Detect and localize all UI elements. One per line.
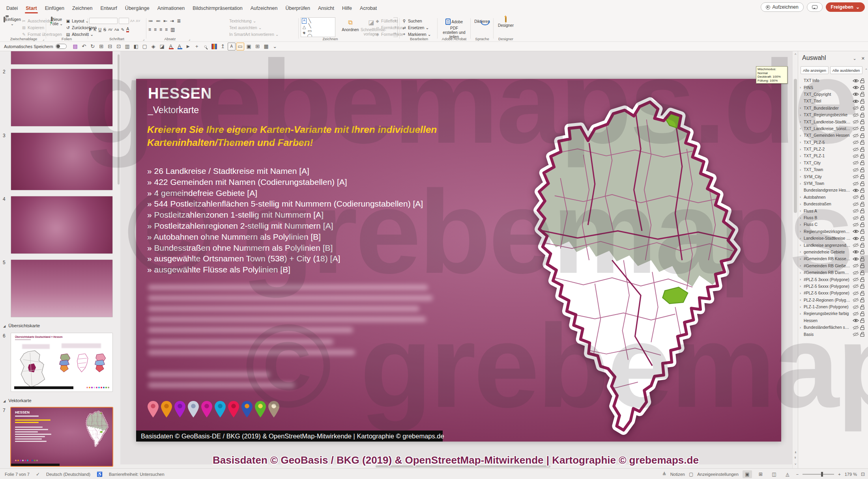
visibility-eye-icon[interactable] bbox=[852, 120, 859, 124]
expand-chevron-icon[interactable]: › bbox=[800, 243, 804, 247]
slide-subtitle[interactable]: _Vektorkarte bbox=[148, 105, 199, 116]
visibility-eye-icon[interactable] bbox=[852, 134, 859, 138]
visibility-eye-icon[interactable] bbox=[852, 271, 859, 275]
ribbon-tab[interactable]: Überprüfen bbox=[281, 3, 314, 14]
lock-icon[interactable] bbox=[859, 257, 866, 261]
visibility-eye-icon[interactable] bbox=[852, 229, 859, 233]
expand-chevron-icon[interactable]: › bbox=[800, 312, 804, 316]
visibility-eye-icon[interactable] bbox=[852, 147, 859, 151]
align-left-icon[interactable]: ≡ bbox=[148, 27, 151, 32]
lock-icon[interactable] bbox=[859, 216, 866, 220]
selection-pane-item[interactable]: › TXT_PLZ-1 bbox=[798, 153, 868, 159]
align-center-icon[interactable]: ≡ bbox=[154, 27, 157, 32]
ribbon-tab[interactable]: Zeichnen bbox=[68, 3, 96, 14]
visibility-eye-icon[interactable] bbox=[852, 243, 859, 247]
selection-pane-item[interactable]: › TXT_PLZ-2 bbox=[798, 146, 868, 153]
expand-chevron-icon[interactable]: › bbox=[800, 86, 804, 89]
selection-pane-item[interactable]: › gemeindefreie Gebiete bbox=[798, 249, 868, 255]
expand-chevron-icon[interactable]: › bbox=[800, 278, 804, 281]
lock-icon[interactable] bbox=[859, 298, 866, 302]
display-settings-icon[interactable]: ▢ bbox=[689, 472, 693, 477]
visibility-eye-icon[interactable] bbox=[852, 291, 859, 295]
change-case-button[interactable]: Aa bbox=[114, 27, 119, 32]
visibility-eye-icon[interactable] bbox=[852, 140, 859, 144]
expand-chevron-icon[interactable]: › bbox=[800, 250, 804, 254]
lock-icon[interactable] bbox=[859, 85, 866, 90]
expand-chevron-icon[interactable]: › bbox=[800, 168, 804, 172]
ribbon-tab[interactable]: Übergänge bbox=[121, 3, 153, 14]
lock-icon[interactable] bbox=[859, 106, 866, 110]
lock-icon[interactable] bbox=[859, 291, 866, 296]
ribbon-tab[interactable]: Animationen bbox=[153, 3, 189, 14]
visibility-eye-icon[interactable] bbox=[852, 168, 859, 172]
share-button[interactable]: Freigeben ⌄ bbox=[826, 2, 865, 12]
qat-icon[interactable]: ▤ bbox=[71, 43, 79, 50]
scrollbar-thumb[interactable] bbox=[794, 79, 797, 213]
grow-font-icon[interactable]: A˄ bbox=[130, 19, 135, 23]
lock-icon[interactable] bbox=[859, 92, 866, 97]
shrink-font-icon[interactable]: A˅ bbox=[136, 19, 140, 23]
selection-pane-item[interactable]: › #PLZ-5 6xxxx (Polygone) bbox=[798, 290, 868, 296]
lock-icon[interactable] bbox=[859, 250, 866, 254]
qat-icon[interactable]: ↻ bbox=[89, 43, 97, 50]
spellcheck-icon[interactable]: ✓ bbox=[36, 472, 40, 477]
line-spacing-icon[interactable]: ≣ bbox=[177, 18, 181, 24]
notes-icon[interactable]: ≜ bbox=[662, 472, 666, 477]
qat-icon[interactable]: ↥ bbox=[219, 43, 227, 50]
selection-pane-item[interactable]: › PLZ-1-Zonen (Polygone) bbox=[798, 304, 868, 310]
selection-pane-item[interactable]: › Regierungsbezirksgrenzen bbox=[798, 228, 868, 235]
selection-pane-item[interactable]: › TXT_Gemeinden Hessen bbox=[798, 132, 868, 139]
lock-icon[interactable] bbox=[859, 202, 866, 207]
scroll-up-icon[interactable]: ˄ bbox=[793, 51, 798, 58]
visibility-eye-icon[interactable] bbox=[852, 79, 859, 83]
zoom-slider[interactable] bbox=[803, 474, 834, 475]
hide-all-button[interactable]: Alle ausblenden bbox=[830, 66, 862, 74]
selection-pane-item[interactable]: › SYM_City bbox=[798, 173, 868, 180]
justify-icon[interactable]: ≡ bbox=[165, 27, 168, 32]
display-settings-button[interactable]: Anzeigeeinstellungen bbox=[697, 472, 739, 477]
slide-thumbnail-7-selected[interactable]: HESSEN bbox=[11, 408, 112, 466]
visibility-eye-icon[interactable] bbox=[852, 264, 859, 268]
autosave-toggle[interactable] bbox=[56, 44, 67, 49]
expand-chevron-icon[interactable]: › bbox=[800, 202, 804, 206]
visibility-eye-icon[interactable] bbox=[852, 332, 859, 336]
lock-icon[interactable] bbox=[859, 236, 866, 241]
selection-pane-item[interactable]: › Regierungsbezirke farbig bbox=[798, 310, 868, 317]
lock-icon[interactable] bbox=[859, 318, 866, 323]
lock-icon[interactable] bbox=[859, 284, 866, 289]
slide-7[interactable]: HESSEN _Vektorkarte Kreieren Sie Ihre ei… bbox=[136, 79, 781, 442]
selection-pane-item[interactable]: › TXT Info bbox=[798, 77, 868, 84]
lock-icon[interactable] bbox=[859, 113, 866, 117]
normal-view-button[interactable]: ▣ bbox=[743, 470, 752, 478]
expand-chevron-icon[interactable]: › bbox=[800, 161, 804, 165]
font-name-select[interactable] bbox=[89, 18, 118, 24]
qat-icon[interactable]: ⊡ bbox=[115, 43, 123, 50]
pane-options-icon[interactable]: ⌄ bbox=[853, 56, 857, 61]
ribbon-tab[interactable]: Start bbox=[22, 3, 41, 14]
ribbon-tab[interactable]: Bildschirmpräsentation bbox=[189, 3, 246, 14]
slideshow-button[interactable]: ◬ bbox=[783, 470, 792, 478]
move-up-icon[interactable]: ⌃ bbox=[864, 68, 868, 72]
underline-button[interactable]: U bbox=[98, 27, 101, 32]
lock-icon[interactable] bbox=[859, 263, 866, 268]
bullets-icon[interactable]: ≔ bbox=[148, 18, 153, 24]
slide-thumbnail-4[interactable] bbox=[11, 196, 112, 253]
visibility-eye-icon[interactable] bbox=[852, 86, 859, 89]
selection-pane-item[interactable]: › Fluss C bbox=[798, 221, 868, 228]
qat-icon[interactable]: ◈ bbox=[150, 43, 157, 50]
replace-button[interactable]: ⇄Ersetzen⌄ bbox=[402, 24, 429, 31]
slide-sorter-view-button[interactable]: ⊞ bbox=[756, 470, 765, 478]
selection-pane-item[interactable]: › #Gemeinden RB Kassel (Polyg... bbox=[798, 255, 868, 262]
font-size-select[interactable] bbox=[119, 18, 129, 24]
italic-button[interactable]: K bbox=[94, 27, 96, 32]
reading-view-button[interactable]: ◫ bbox=[769, 470, 779, 478]
visibility-eye-icon[interactable] bbox=[852, 154, 859, 158]
columns-icon[interactable]: ▥ bbox=[170, 27, 175, 32]
expand-chevron-icon[interactable]: › bbox=[800, 182, 804, 186]
expand-chevron-icon[interactable]: › bbox=[800, 291, 804, 295]
selection-pane-item[interactable]: › Bundesländerflächen sonstige ... bbox=[798, 324, 868, 331]
visibility-eye-icon[interactable] bbox=[852, 127, 859, 130]
lock-icon[interactable] bbox=[859, 209, 866, 213]
selection-pane-item[interactable]: › SYM_Town bbox=[798, 180, 868, 187]
zoom-level[interactable]: 179 % bbox=[845, 472, 857, 477]
